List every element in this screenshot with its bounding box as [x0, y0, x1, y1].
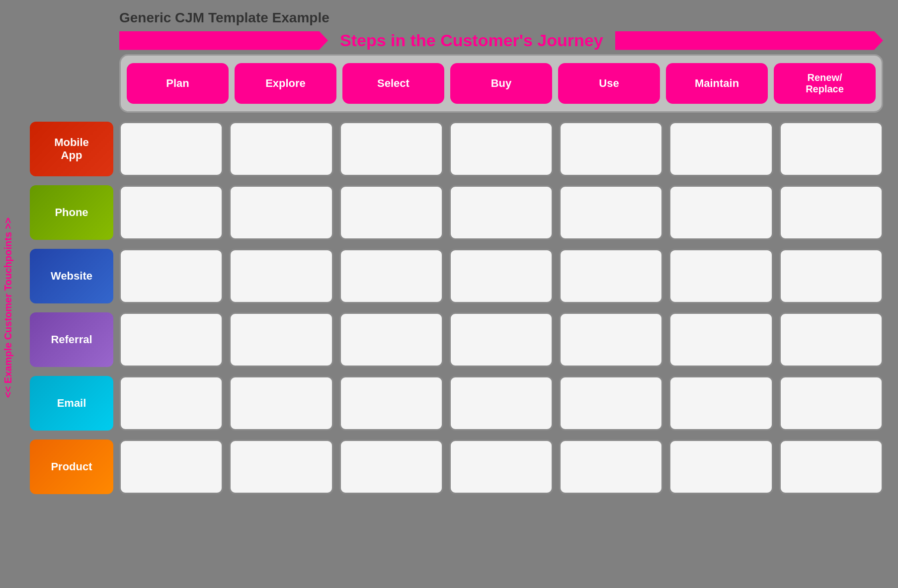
cell-phone-select[interactable]	[339, 185, 443, 240]
touchpoint-website[interactable]: Website	[30, 249, 113, 303]
cell-product-explore[interactable]	[229, 440, 333, 494]
step-plan[interactable]: Plan	[127, 63, 229, 104]
cell-referral-explore[interactable]	[229, 312, 333, 367]
step-buy[interactable]: Buy	[450, 63, 552, 104]
grid-area: << Example Customer Touchpoints >> Mobil…	[30, 122, 883, 494]
cell-phone-use[interactable]	[559, 185, 663, 240]
cells-grid	[119, 122, 883, 494]
touchpoint-email[interactable]: Email	[30, 376, 113, 431]
cell-email-use[interactable]	[559, 376, 663, 431]
cell-product-plan[interactable]	[119, 440, 223, 494]
row-referral	[119, 312, 883, 367]
step-renew-replace[interactable]: Renew/Replace	[774, 63, 876, 104]
touchpoints-column: MobileApp Phone Website Referral Email P…	[30, 122, 113, 494]
touchpoints-label-container: << Example Customer Touchpoints >>	[2, 122, 14, 494]
row-website	[119, 249, 883, 303]
cell-product-maintain[interactable]	[669, 440, 773, 494]
step-select[interactable]: Select	[342, 63, 444, 104]
cell-referral-use[interactable]	[559, 312, 663, 367]
cell-email-select[interactable]	[339, 376, 443, 431]
cell-website-maintain[interactable]	[669, 249, 773, 303]
cell-mobile-plan[interactable]	[119, 122, 223, 176]
cell-website-select[interactable]	[339, 249, 443, 303]
cell-email-maintain[interactable]	[669, 376, 773, 431]
cell-product-buy[interactable]	[449, 440, 553, 494]
row-email	[119, 376, 883, 431]
cell-mobile-buy[interactable]	[449, 122, 553, 176]
cell-mobile-renew[interactable]	[779, 122, 883, 176]
cell-website-buy[interactable]	[449, 249, 553, 303]
cell-product-renew[interactable]	[779, 440, 883, 494]
cell-phone-plan[interactable]	[119, 185, 223, 240]
cell-mobile-maintain[interactable]	[669, 122, 773, 176]
cell-phone-buy[interactable]	[449, 185, 553, 240]
cell-phone-maintain[interactable]	[669, 185, 773, 240]
page-title: Generic CJM Template Example	[119, 10, 883, 26]
touchpoint-phone[interactable]: Phone	[30, 185, 113, 240]
touchpoint-referral[interactable]: Referral	[30, 312, 113, 367]
cell-referral-buy[interactable]	[449, 312, 553, 367]
journey-label: Steps in the Customer's Journey	[340, 31, 603, 50]
main-container: Generic CJM Template Example Steps in th…	[0, 0, 898, 588]
touchpoint-product[interactable]: Product	[30, 440, 113, 494]
cell-referral-maintain[interactable]	[669, 312, 773, 367]
cell-email-plan[interactable]	[119, 376, 223, 431]
cell-website-renew[interactable]	[779, 249, 883, 303]
cell-referral-select[interactable]	[339, 312, 443, 367]
cell-mobile-explore[interactable]	[229, 122, 333, 176]
journey-arrow-container: Steps in the Customer's Journey	[119, 31, 883, 50]
cell-product-select[interactable]	[339, 440, 443, 494]
cell-phone-explore[interactable]	[229, 185, 333, 240]
touchpoints-label: << Example Customer Touchpoints >>	[2, 218, 14, 398]
step-explore[interactable]: Explore	[235, 63, 336, 104]
touchpoint-mobile-app[interactable]: MobileApp	[30, 122, 113, 176]
cell-mobile-use[interactable]	[559, 122, 663, 176]
cell-website-explore[interactable]	[229, 249, 333, 303]
step-use[interactable]: Use	[558, 63, 660, 104]
cell-mobile-select[interactable]	[339, 122, 443, 176]
row-phone	[119, 185, 883, 240]
cell-phone-renew[interactable]	[779, 185, 883, 240]
right-arrow	[615, 31, 883, 50]
left-arrow	[119, 31, 328, 50]
cell-referral-renew[interactable]	[779, 312, 883, 367]
cell-email-renew[interactable]	[779, 376, 883, 431]
cell-referral-plan[interactable]	[119, 312, 223, 367]
cell-email-buy[interactable]	[449, 376, 553, 431]
cell-website-use[interactable]	[559, 249, 663, 303]
step-maintain[interactable]: Maintain	[666, 63, 768, 104]
cell-email-explore[interactable]	[229, 376, 333, 431]
row-product	[119, 440, 883, 494]
row-mobile-app	[119, 122, 883, 176]
cell-product-use[interactable]	[559, 440, 663, 494]
cell-website-plan[interactable]	[119, 249, 223, 303]
steps-container: Plan Explore Select Buy Use Maintain Ren…	[119, 54, 883, 113]
